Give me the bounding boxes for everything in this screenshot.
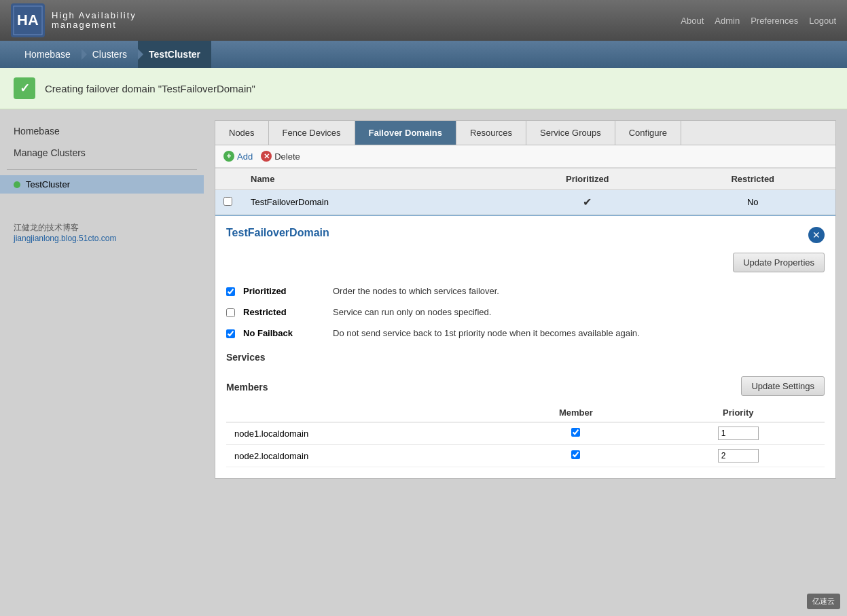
detail-title-row: TestFailoverDomain ✕ [226, 227, 825, 244]
add-icon: + [223, 151, 234, 162]
col-member [226, 403, 500, 422]
col-restricted: Restricted [670, 168, 835, 190]
row-name: TestFailoverDomain [242, 190, 505, 215]
add-button[interactable]: + Add [223, 151, 253, 162]
tab-resources[interactable]: Resources [456, 121, 526, 145]
breadcrumb-homebase[interactable]: Homebase [14, 41, 82, 68]
col-name: Name [242, 168, 505, 190]
app-subtitle: management [52, 20, 137, 30]
about-link[interactable]: About [681, 16, 704, 26]
cluster-status-dot [14, 181, 20, 188]
content-area: Nodes Fence Devices Failover Domains Res… [204, 109, 847, 616]
main-layout: Homebase Manage Clusters TestCluster 江健龙… [0, 109, 847, 616]
member-name-2: node2.localdomain [226, 445, 500, 467]
content-panel: Nodes Fence Devices Failover Domains Res… [215, 120, 836, 479]
member-checkbox-1[interactable] [571, 428, 580, 437]
col-checkbox [215, 168, 242, 190]
members-header: Members Update Settings [226, 374, 825, 398]
no-failback-row: No Failback Do not send service back to … [226, 323, 825, 344]
tab-fence-devices[interactable]: Fence Devices [269, 121, 355, 145]
sidebar-cluster-testcluster[interactable]: TestCluster [0, 175, 204, 194]
delete-button[interactable]: ✕ Delete [261, 151, 300, 162]
members-section-label: Members [226, 374, 268, 398]
restricted-row: Restricted Service can run only on nodes… [226, 302, 825, 323]
restricted-desc: Service can run only on nodes specified. [333, 307, 491, 317]
logo-area: HA High Availability management [11, 3, 137, 37]
header: HA High Availability management About Ad… [0, 0, 847, 41]
member-priority-2[interactable] [718, 449, 759, 463]
delete-icon: ✕ [261, 151, 272, 162]
footer-blog-name: 江健龙的技术博客 [14, 222, 190, 234]
header-navigation: About Admin Preferences Logout [681, 16, 836, 26]
col-member-name: Member [500, 403, 652, 422]
cluster-name-label: TestCluster [26, 179, 70, 189]
member-name-1: node1.localdomain [226, 422, 500, 445]
tab-service-groups[interactable]: Service Groups [526, 121, 615, 145]
table-row[interactable]: TestFailoverDomain ✔ No [215, 190, 835, 215]
detail-header-actions: Update Properties [226, 253, 825, 272]
success-icon: ✓ [14, 77, 35, 99]
svg-text:HA: HA [17, 12, 39, 29]
members-section: Members Update Settings Member Priority [226, 374, 825, 467]
col-prioritized: Prioritized [505, 168, 670, 190]
tab-failover-domains[interactable]: Failover Domains [355, 121, 456, 145]
member-row-1: node1.localdomain [226, 422, 825, 445]
sidebar-item-homebase[interactable]: Homebase [0, 120, 204, 142]
app-title: High Availability management [52, 11, 137, 31]
sidebar-item-manage-clusters[interactable]: Manage Clusters [0, 142, 204, 164]
row-checkbox[interactable] [223, 197, 232, 206]
app-title-text: High Availability [52, 11, 137, 20]
col-priority: Priority [652, 403, 825, 422]
breadcrumb-testcluster: TestCluster [138, 41, 211, 68]
prioritized-desc: Order the nodes to which services failov… [333, 286, 499, 296]
no-failback-desc: Do not send service back to 1st priority… [333, 328, 640, 338]
failover-domains-table: Name Prioritized Restricted TestFailover… [215, 168, 835, 215]
tab-configure[interactable]: Configure [615, 121, 681, 145]
prioritized-label: Prioritized [243, 286, 325, 296]
manage-clusters-label: Manage Clusters [14, 147, 86, 158]
logo-icon: HA [11, 3, 45, 37]
prioritized-row: Prioritized Order the nodes to which ser… [226, 280, 825, 302]
restricted-label: Restricted [243, 307, 325, 317]
member-checkbox-2[interactable] [571, 450, 580, 459]
no-failback-label: No Failback [243, 328, 325, 338]
row-prioritized: ✔ [505, 190, 670, 215]
member-priority-1[interactable] [718, 427, 759, 440]
tab-nodes[interactable]: Nodes [215, 121, 269, 145]
members-table: Member Priority node1.localdomain [226, 403, 825, 467]
breadcrumb: Homebase Clusters TestCluster [0, 41, 847, 68]
detail-title: TestFailoverDomain [226, 227, 329, 239]
success-message: Creating failover domain "TestFailoverDo… [45, 83, 255, 94]
breadcrumb-clusters[interactable]: Clusters [82, 41, 138, 68]
homebase-label: Homebase [14, 126, 60, 137]
member-row-2: node2.localdomain [226, 445, 825, 467]
admin-link[interactable]: Admin [715, 16, 740, 26]
tabs-bar: Nodes Fence Devices Failover Domains Res… [215, 121, 835, 145]
row-restricted: No [670, 190, 835, 215]
preferences-link[interactable]: Preferences [751, 16, 798, 26]
logout-link[interactable]: Logout [809, 16, 836, 26]
sidebar-divider [7, 169, 197, 170]
prioritized-checkbox[interactable] [226, 287, 235, 296]
detail-panel: TestFailoverDomain ✕ Update Properties P… [215, 215, 835, 478]
footer-blog-link[interactable]: jiangjianlong.blog.51cto.com [14, 234, 116, 243]
restricted-checkbox[interactable] [226, 308, 235, 317]
update-settings-button[interactable]: Update Settings [741, 376, 825, 396]
success-banner: ✓ Creating failover domain "TestFailover… [0, 68, 847, 109]
sidebar-footer: 江健龙的技术博客 jiangjianlong.blog.51cto.com [0, 195, 204, 249]
delete-label: Delete [274, 151, 300, 162]
add-label: Add [237, 151, 253, 162]
no-failback-checkbox[interactable] [226, 329, 235, 338]
prioritized-checkmark: ✔ [583, 196, 592, 208]
update-properties-button[interactable]: Update Properties [733, 253, 825, 272]
services-section-label: Services [226, 344, 825, 368]
toolbar: + Add ✕ Delete [215, 145, 835, 168]
sidebar: Homebase Manage Clusters TestCluster 江健龙… [0, 109, 204, 616]
detail-close-button[interactable]: ✕ [808, 227, 825, 243]
